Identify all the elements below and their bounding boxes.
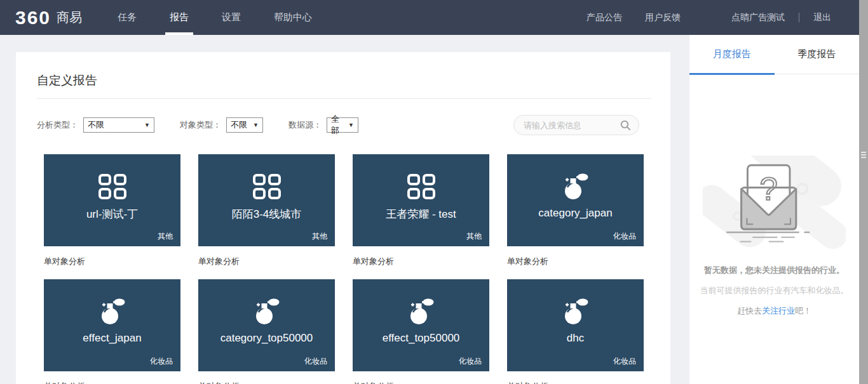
nav-utility-link[interactable]: 用户反馈 [634,12,692,23]
empty-state-detail: 当前可提供报告的行业有汽车和化妆品。 [689,285,859,296]
report-card-category-badge: 化妆品 [613,231,636,242]
nav-item[interactable]: 任务 [101,0,153,35]
nav-divider [799,13,799,22]
nav-utility-label: 点睛广告测试 [731,12,785,22]
analysis-type-select[interactable]: 不限 ▼ [83,117,154,133]
logo-suffix-text: 商易 [57,9,82,26]
scrollbar-grip[interactable] [861,152,866,159]
chevron-down-icon: ▼ [144,122,150,128]
report-card-title: effect_japan [83,332,141,345]
grid-icon [98,174,126,199]
data-source-select[interactable]: 全部 ▼ [327,117,358,133]
perfume-icon [252,297,281,326]
page-title: 自定义报告 [37,52,651,99]
report-card[interactable]: effect_top50000 化妆品 [353,279,489,371]
report-card-analysis-type: 单对象分析 [44,256,180,267]
report-card-category-badge: 化妆品 [613,356,636,367]
report-card-analysis-type: 单对象分析 [353,381,489,384]
report-card-title: effect_top50000 [383,332,460,345]
nav-item-label: 设置 [222,11,241,23]
nav-utility-link[interactable]: 退出 [802,12,843,23]
search-icon[interactable] [620,120,631,131]
report-card-analysis-type: 单对象分析 [507,256,644,267]
select-value: 全部 [331,114,343,136]
sidebar-tab-label: 季度报告 [797,48,836,60]
report-card-analysis-type: 单对象分析 [507,381,644,384]
report-card-category-badge: 其他 [466,231,482,242]
report-card[interactable]: category_top50000 化妆品 [198,279,335,371]
nav-utility-label: 产品公告 [587,12,622,22]
page-scrollbar[interactable] [859,0,868,384]
report-card-title: category_top50000 [220,332,313,345]
chevron-down-icon: ▼ [253,122,259,128]
app-logo[interactable]: 360 商易 [15,8,82,27]
empty-state-message: 暂无数据，您未关注提供报告的行业。 [689,265,859,276]
secondary-nav: 产品公告 用户反馈 点睛广告测试 退出 [575,12,843,23]
nav-item-label: 报告 [170,11,189,23]
nav-item[interactable]: 设置 [205,0,257,35]
logo-brand-text: 360 [15,8,51,27]
search-input[interactable] [524,121,620,130]
report-card-analysis-type: 单对象分析 [353,256,489,267]
filter-data-source: 数据源： 全部 ▼ [288,117,358,133]
perfume-icon [98,297,127,326]
report-card-category-badge: 其他 [312,231,327,242]
top-navbar: 360 商易 任务 报告 设置 帮助中心 产品公告 用户反馈 点睛广告测试 退出 [0,0,859,35]
sidebar-tab[interactable]: 季度报告 [775,35,860,74]
svg-text:?: ? [760,171,778,207]
report-card-cell: category_japan 化妆品 单对象分析 [507,154,644,279]
report-card[interactable]: dhc 化妆品 [507,279,644,371]
report-card-title: 王者荣耀 - test [386,207,456,222]
report-card[interactable]: category_japan 化妆品 [507,154,644,246]
report-card-cell: effect_japan 化妆品 单对象分析 [44,279,180,384]
filter-bar: 分析类型： 不限 ▼ 对象类型： 不限 ▼ 数据源： 全部 ▼ [37,115,639,135]
report-card-analysis-type: 单对象分析 [198,256,335,267]
nav-item[interactable]: 报告 [153,0,205,35]
perfume-icon [407,297,436,326]
report-card[interactable]: effect_japan 化妆品 [44,279,180,371]
report-card[interactable]: 王者荣耀 - test 其他 [353,154,489,246]
nav-utility-label: 用户反馈 [645,12,681,22]
report-card-cell: category_top50000 化妆品 单对象分析 [198,279,335,384]
report-sidebar: 月度报告 季度报告 ? [689,35,859,384]
perfume-icon [561,297,590,326]
report-card-category-badge: 化妆品 [304,356,327,367]
report-card[interactable]: url-测试-丁 其他 [44,154,180,246]
report-card-cell: dhc 化妆品 单对象分析 [507,279,644,384]
nav-item[interactable]: 帮助中心 [257,0,329,35]
follow-industry-link[interactable]: 关注行业 [762,306,795,315]
sidebar-tab[interactable]: 月度报告 [689,35,775,74]
select-value: 不限 [231,119,247,131]
filter-label: 数据源： [288,119,322,131]
sidebar-tabs: 月度报告 季度报告 [689,35,859,74]
report-card-category-badge: 其他 [158,231,173,242]
report-card-cell: 陌陌3-4线城市 其他 单对象分析 [198,154,335,279]
filter-object-type: 对象类型： 不限 ▼ [180,117,263,133]
empty-state: ? 暂无数据，您未关注提供报告的行业。 当前可提供报告的行业有汽车和化妆品。 赶… [689,156,859,317]
primary-nav: 任务 报告 设置 帮助中心 [101,0,329,35]
chevron-down-icon: ▼ [348,122,354,128]
nav-item-label: 任务 [118,11,137,23]
report-card-cell: url-测试-丁 其他 单对象分析 [44,154,180,279]
cta-prefix: 赶快去 [737,306,762,315]
grid-icon [253,174,281,199]
report-card-title: url-测试-丁 [86,207,138,222]
empty-state-illustration: ? [689,156,859,253]
report-card-title: 陌陌3-4线城市 [232,207,302,222]
filter-label: 对象类型： [180,119,221,131]
report-card[interactable]: 陌陌3-4线城市 其他 [198,154,335,246]
object-type-select[interactable]: 不限 ▼ [226,117,263,133]
report-card-title: dhc [567,332,584,345]
search-box[interactable] [513,115,639,135]
report-card-cell: 王者荣耀 - test 其他 单对象分析 [353,154,489,279]
filter-label: 分析类型： [37,119,78,131]
nav-utility-link[interactable]: 点睛广告测试 [720,12,796,23]
empty-state-cta: 赶快去关注行业吧！ [689,305,859,317]
perfume-icon [561,172,590,201]
report-card-analysis-type: 单对象分析 [198,381,335,384]
grid-icon [407,174,435,199]
nav-utility-link[interactable]: 产品公告 [575,12,634,23]
report-card-cell: effect_top50000 化妆品 单对象分析 [353,279,489,384]
report-card-analysis-type: 单对象分析 [44,381,180,384]
cta-suffix: 吧！ [795,306,811,315]
